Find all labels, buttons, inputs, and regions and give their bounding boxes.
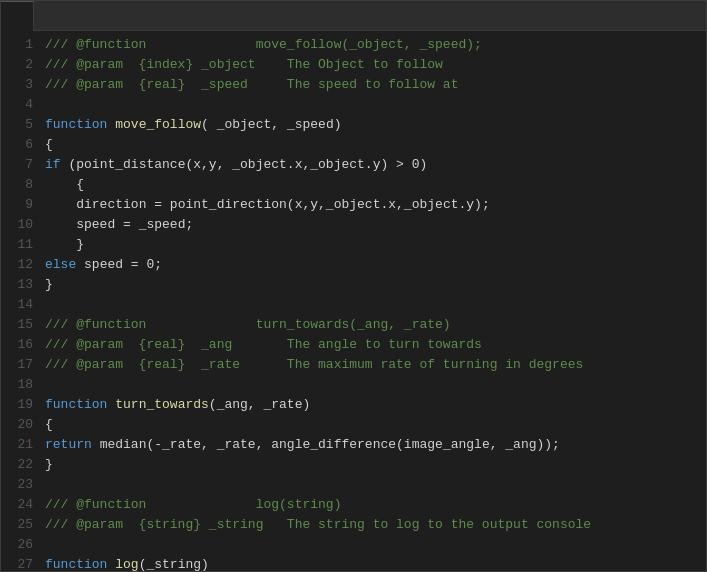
code-line (45, 375, 706, 395)
line-number: 2 (1, 55, 33, 75)
line-number: 8 (1, 175, 33, 195)
line-number: 1 (1, 35, 33, 55)
line-number: 16 (1, 335, 33, 355)
code-line: /// @param {real} _speed The speed to fo… (45, 75, 706, 95)
tab-bar (1, 1, 706, 31)
code-line: } (45, 275, 706, 295)
code-line (45, 475, 706, 495)
code-content[interactable]: /// @function move_follow(_object, _spee… (41, 31, 706, 571)
code-line: speed = _speed; (45, 215, 706, 235)
line-number: 15 (1, 315, 33, 335)
code-line: direction = point_direction(x,y,_object.… (45, 195, 706, 215)
code-line: function log(_string) (45, 555, 706, 571)
code-line: /// @param {real} _rate The maximum rate… (45, 355, 706, 375)
line-number: 27 (1, 555, 33, 571)
code-line: /// @param {string} _string The string t… (45, 515, 706, 535)
line-number: 11 (1, 235, 33, 255)
code-line (45, 295, 706, 315)
line-number: 13 (1, 275, 33, 295)
line-number: 20 (1, 415, 33, 435)
code-line: /// @function log(string) (45, 495, 706, 515)
code-line: /// @function turn_towards(_ang, _rate) (45, 315, 706, 335)
editor-area: 1234567891011121314151617181920212223242… (1, 31, 706, 571)
code-line: function move_follow( _object, _speed) (45, 115, 706, 135)
line-number: 3 (1, 75, 33, 95)
editor-window: 1234567891011121314151617181920212223242… (0, 0, 707, 572)
line-number: 24 (1, 495, 33, 515)
code-line: function turn_towards(_ang, _rate) (45, 395, 706, 415)
code-line: { (45, 135, 706, 155)
line-number: 10 (1, 215, 33, 235)
line-number: 7 (1, 155, 33, 175)
line-number: 19 (1, 395, 33, 415)
code-line: } (45, 455, 706, 475)
code-line: else speed = 0; (45, 255, 706, 275)
line-number: 25 (1, 515, 33, 535)
line-number: 17 (1, 355, 33, 375)
line-number: 14 (1, 295, 33, 315)
line-number: 22 (1, 455, 33, 475)
code-line (45, 95, 706, 115)
code-line: { (45, 175, 706, 195)
code-line: } (45, 235, 706, 255)
line-numbers: 1234567891011121314151617181920212223242… (1, 31, 41, 571)
code-line: /// @function move_follow(_object, _spee… (45, 35, 706, 55)
code-line: return median(-_rate, _rate, angle_diffe… (45, 435, 706, 455)
line-number: 12 (1, 255, 33, 275)
line-number: 21 (1, 435, 33, 455)
code-line (45, 535, 706, 555)
file-tab[interactable] (1, 1, 34, 31)
code-line: if (point_distance(x,y, _object.x,_objec… (45, 155, 706, 175)
line-number: 6 (1, 135, 33, 155)
line-number: 9 (1, 195, 33, 215)
line-number: 18 (1, 375, 33, 395)
line-number: 23 (1, 475, 33, 495)
code-line: /// @param {real} _ang The angle to turn… (45, 335, 706, 355)
line-number: 5 (1, 115, 33, 135)
code-line: /// @param {index} _object The Object to… (45, 55, 706, 75)
code-line: { (45, 415, 706, 435)
line-number: 26 (1, 535, 33, 555)
line-number: 4 (1, 95, 33, 115)
